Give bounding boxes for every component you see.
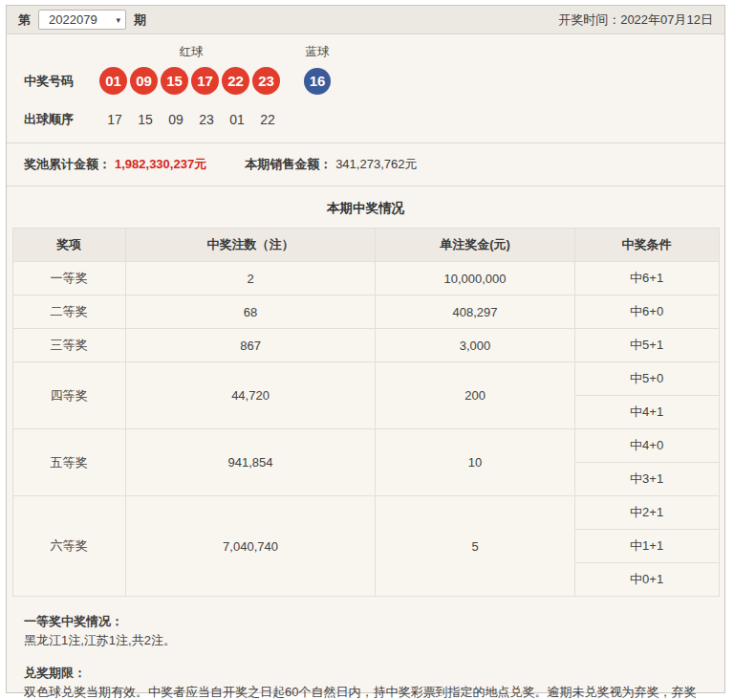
count-cell: 941,854 [125, 429, 376, 496]
prize-cell: 一等奖 [12, 262, 125, 295]
blue-ball: 16 [304, 68, 331, 95]
winning-numbers-section: 红球 蓝球 中奖号码 01 09 15 17 22 23 16 出球顺序 17 … [7, 34, 724, 128]
draw-order-title: 出球顺序 [24, 111, 99, 128]
col-header-condition: 中奖条件 [574, 229, 719, 262]
period-selector-group: 第 2022079 ▾ 期 [18, 10, 146, 30]
jackpot-value: 1,982,330,237元 [115, 156, 206, 173]
sales-value: 341,273,762元 [335, 156, 417, 173]
prize-cell: 五等奖 [12, 429, 125, 496]
amount-cell: 408,297 [376, 295, 574, 329]
amount-cell: 3,000 [376, 329, 574, 362]
condition-cell: 中4+1 [574, 396, 719, 429]
blue-ball-label: 蓝球 [304, 44, 331, 60]
prize-cell: 二等奖 [12, 295, 125, 329]
red-ball: 22 [222, 67, 249, 95]
red-ball: 01 [99, 67, 127, 95]
table-row: 三等奖 867 3,000 中5+1 [12, 329, 719, 362]
condition-cell: 中6+0 [574, 295, 719, 329]
red-ball: 17 [191, 67, 219, 95]
table-header-row: 奖项 中奖注数（注） 单注奖金(元) 中奖条件 [12, 229, 719, 262]
table-row: 四等奖 44,720 200 中5+0 [12, 362, 719, 396]
red-ball: 15 [161, 67, 188, 95]
prize-cell: 四等奖 [12, 362, 125, 429]
draw-order-number: 15 [130, 112, 161, 127]
prize-table: 奖项 中奖注数（注） 单注奖金(元) 中奖条件 一等奖 2 10,000,000… [12, 228, 720, 597]
period-prefix-label: 第 [18, 11, 31, 29]
red-balls-group: 01 09 15 17 22 23 16 [99, 67, 331, 95]
condition-cell: 中5+1 [574, 329, 719, 362]
amount-cell: 5 [376, 496, 574, 597]
ball-group-labels: 红球 蓝球 [99, 44, 707, 60]
red-ball: 09 [130, 67, 158, 95]
first-prize-note-detail: 黑龙江1注,江苏1注,共2注。 [24, 631, 707, 650]
condition-cell: 中1+1 [574, 530, 719, 563]
prize-cell: 六等奖 [12, 496, 125, 597]
winning-numbers-title: 中奖号码 [24, 73, 99, 90]
table-row: 五等奖 941,854 10 中4+0 [12, 429, 719, 463]
first-prize-note-title: 一等奖中奖情况： [24, 612, 707, 631]
condition-cell: 中6+1 [574, 262, 719, 295]
amount-cell: 200 [376, 362, 574, 429]
condition-cell: 中0+1 [574, 563, 719, 597]
draw-order-number: 01 [222, 112, 252, 127]
winning-numbers-row: 中奖号码 01 09 15 17 22 23 16 [24, 67, 707, 95]
results-card: 第 2022079 ▾ 期 开奖时间：2022年07月12日 红球 蓝球 中奖号… [6, 5, 725, 693]
redeem-note-detail: 双色球兑奖当期有效。中奖者应当自开奖之日起60个自然日内，持中奖彩票到指定的地点… [24, 683, 707, 700]
col-header-amount: 单注奖金(元) [376, 229, 574, 262]
table-row: 六等奖 7,040,740 5 中2+1 [12, 496, 719, 530]
count-cell: 2 [125, 262, 376, 295]
draw-order-number: 22 [252, 112, 283, 127]
red-balls-label: 红球 [99, 44, 283, 60]
count-cell: 44,720 [125, 362, 376, 429]
col-header-count: 中奖注数（注） [125, 229, 376, 262]
draw-order-number: 23 [191, 112, 222, 127]
period-select-value: 2022079 [49, 12, 97, 27]
first-prize-note: 一等奖中奖情况： 黑龙江1注,江苏1注,共2注。 [24, 612, 707, 649]
pool-sales-row: 奖池累计金额： 1,982,330,237元 本期销售金额： 341,273,7… [7, 142, 724, 186]
condition-cell: 中2+1 [574, 496, 719, 530]
table-row: 二等奖 68 408,297 中6+0 [12, 295, 719, 329]
draw-time-label: 开奖时间：2022年07月12日 [558, 11, 713, 29]
red-ball: 23 [252, 67, 280, 95]
count-cell: 7,040,740 [125, 496, 376, 597]
sales-label: 本期销售金额： [245, 156, 332, 173]
draw-order-row: 出球顺序 17 15 09 23 01 22 [24, 111, 707, 128]
redeem-note: 兑奖期限： 双色球兑奖当期有效。中奖者应当自开奖之日起60个自然日内，持中奖彩票… [24, 664, 707, 700]
period-select[interactable]: 2022079 ▾ [38, 10, 126, 30]
table-row: 一等奖 2 10,000,000 中6+1 [12, 262, 719, 295]
prize-cell: 三等奖 [12, 329, 125, 362]
condition-cell: 中5+0 [574, 362, 719, 396]
draw-order-number: 17 [99, 112, 130, 127]
condition-cell: 中3+1 [574, 463, 719, 496]
condition-cell: 中4+0 [574, 429, 719, 463]
footer-notes: 一等奖中奖情况： 黑龙江1注,江苏1注,共2注。 兑奖期限： 双色球兑奖当期有效… [7, 597, 724, 700]
period-suffix-label: 期 [134, 11, 146, 29]
col-header-prize: 奖项 [12, 229, 125, 262]
chevron-down-icon: ▾ [116, 15, 120, 25]
count-cell: 68 [125, 295, 376, 329]
draw-order-number: 09 [161, 112, 191, 127]
amount-cell: 10 [376, 429, 574, 496]
prize-table-title: 本期中奖情况 [7, 186, 724, 228]
jackpot-label: 奖池累计金额： [24, 156, 111, 173]
count-cell: 867 [125, 329, 376, 362]
redeem-note-title: 兑奖期限： [24, 664, 707, 683]
top-bar: 第 2022079 ▾ 期 开奖时间：2022年07月12日 [7, 6, 724, 34]
amount-cell: 10,000,000 [376, 262, 574, 295]
